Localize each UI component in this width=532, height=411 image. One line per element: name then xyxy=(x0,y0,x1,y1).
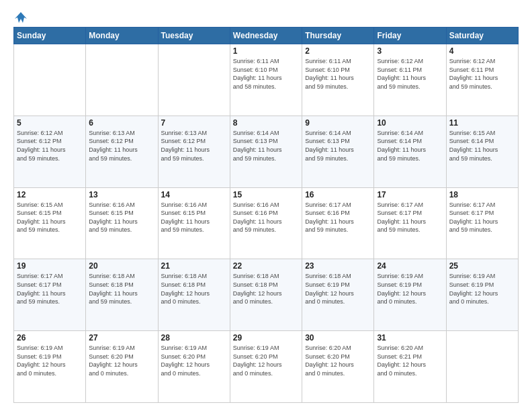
calendar-cell: 9Sunrise: 6:14 AM Sunset: 6:13 PM Daylig… xyxy=(302,116,374,187)
day-number: 26 xyxy=(17,333,83,342)
calendar-cell: 24Sunrise: 6:19 AM Sunset: 6:19 PM Dayli… xyxy=(374,259,446,331)
day-number: 11 xyxy=(449,118,515,128)
calendar-cell: 22Sunrise: 6:18 AM Sunset: 6:18 PM Dayli… xyxy=(230,259,302,331)
calendar-week-3: 12Sunrise: 6:15 AM Sunset: 6:15 PM Dayli… xyxy=(14,187,519,259)
calendar-cell: 4Sunrise: 6:12 AM Sunset: 6:11 PM Daylig… xyxy=(446,44,518,116)
logo-bird-icon xyxy=(15,11,27,23)
day-number: 9 xyxy=(305,118,371,128)
weekday-header-saturday: Saturday xyxy=(446,28,518,44)
day-number: 25 xyxy=(449,261,515,271)
calendar-cell: 8Sunrise: 6:14 AM Sunset: 6:13 PM Daylig… xyxy=(230,116,302,187)
weekday-header-sunday: Sunday xyxy=(14,28,86,44)
day-info: Sunrise: 6:11 AM Sunset: 6:10 PM Dayligh… xyxy=(305,57,371,91)
calendar-cell: 23Sunrise: 6:18 AM Sunset: 6:19 PM Dayli… xyxy=(302,259,374,331)
day-info: Sunrise: 6:19 AM Sunset: 6:19 PM Dayligh… xyxy=(449,272,515,306)
calendar-cell xyxy=(86,44,158,116)
day-info: Sunrise: 6:14 AM Sunset: 6:13 PM Dayligh… xyxy=(233,129,299,163)
day-number: 30 xyxy=(305,333,371,342)
svg-marker-0 xyxy=(15,12,27,23)
day-info: Sunrise: 6:17 AM Sunset: 6:16 PM Dayligh… xyxy=(305,201,371,234)
day-info: Sunrise: 6:18 AM Sunset: 6:18 PM Dayligh… xyxy=(89,272,154,306)
day-number: 1 xyxy=(233,46,299,56)
calendar-cell: 21Sunrise: 6:18 AM Sunset: 6:18 PM Dayli… xyxy=(158,259,230,331)
calendar-cell: 3Sunrise: 6:12 AM Sunset: 6:11 PM Daylig… xyxy=(374,44,446,116)
day-number: 28 xyxy=(161,333,227,342)
day-info: Sunrise: 6:12 AM Sunset: 6:11 PM Dayligh… xyxy=(377,57,443,91)
calendar-cell: 16Sunrise: 6:17 AM Sunset: 6:16 PM Dayli… xyxy=(302,187,374,259)
day-number: 31 xyxy=(377,333,443,342)
calendar-cell: 26Sunrise: 6:19 AM Sunset: 6:19 PM Dayli… xyxy=(14,331,86,403)
weekday-header-row: SundayMondayTuesdayWednesdayThursdayFrid… xyxy=(14,28,519,44)
day-number: 29 xyxy=(233,333,299,342)
day-info: Sunrise: 6:16 AM Sunset: 6:15 PM Dayligh… xyxy=(89,201,154,234)
calendar-cell: 20Sunrise: 6:18 AM Sunset: 6:18 PM Dayli… xyxy=(86,259,158,331)
calendar-cell: 13Sunrise: 6:16 AM Sunset: 6:15 PM Dayli… xyxy=(86,187,158,259)
day-info: Sunrise: 6:17 AM Sunset: 6:17 PM Dayligh… xyxy=(449,201,515,234)
day-info: Sunrise: 6:18 AM Sunset: 6:18 PM Dayligh… xyxy=(161,272,227,306)
day-info: Sunrise: 6:15 AM Sunset: 6:15 PM Dayligh… xyxy=(17,201,83,234)
day-info: Sunrise: 6:19 AM Sunset: 6:20 PM Dayligh… xyxy=(89,344,154,377)
day-info: Sunrise: 6:20 AM Sunset: 6:21 PM Dayligh… xyxy=(377,344,443,377)
calendar-cell: 29Sunrise: 6:19 AM Sunset: 6:20 PM Dayli… xyxy=(230,331,302,403)
day-info: Sunrise: 6:13 AM Sunset: 6:12 PM Dayligh… xyxy=(161,129,227,163)
day-info: Sunrise: 6:16 AM Sunset: 6:15 PM Dayligh… xyxy=(161,201,227,234)
calendar-cell xyxy=(14,44,86,116)
calendar-cell: 6Sunrise: 6:13 AM Sunset: 6:12 PM Daylig… xyxy=(86,116,158,187)
day-info: Sunrise: 6:19 AM Sunset: 6:20 PM Dayligh… xyxy=(161,344,227,377)
calendar-cell: 11Sunrise: 6:15 AM Sunset: 6:14 PM Dayli… xyxy=(446,116,518,187)
calendar-cell: 14Sunrise: 6:16 AM Sunset: 6:15 PM Dayli… xyxy=(158,187,230,259)
calendar-cell: 17Sunrise: 6:17 AM Sunset: 6:17 PM Dayli… xyxy=(374,187,446,259)
calendar-cell: 25Sunrise: 6:19 AM Sunset: 6:19 PM Dayli… xyxy=(446,259,518,331)
day-number: 23 xyxy=(305,261,371,271)
day-number: 10 xyxy=(377,118,443,128)
day-info: Sunrise: 6:18 AM Sunset: 6:18 PM Dayligh… xyxy=(233,272,299,306)
day-number: 12 xyxy=(17,190,83,199)
page: SundayMondayTuesdayWednesdayThursdayFrid… xyxy=(0,0,532,411)
day-info: Sunrise: 6:19 AM Sunset: 6:19 PM Dayligh… xyxy=(17,344,83,377)
day-info: Sunrise: 6:15 AM Sunset: 6:14 PM Dayligh… xyxy=(449,129,515,163)
header xyxy=(13,11,519,20)
day-number: 2 xyxy=(305,46,371,56)
day-number: 13 xyxy=(89,190,154,199)
calendar-cell: 2Sunrise: 6:11 AM Sunset: 6:10 PM Daylig… xyxy=(302,44,374,116)
calendar-week-5: 26Sunrise: 6:19 AM Sunset: 6:19 PM Dayli… xyxy=(14,331,519,403)
day-info: Sunrise: 6:14 AM Sunset: 6:13 PM Dayligh… xyxy=(305,129,371,163)
calendar-cell: 15Sunrise: 6:16 AM Sunset: 6:16 PM Dayli… xyxy=(230,187,302,259)
calendar-cell xyxy=(158,44,230,116)
logo xyxy=(13,11,28,20)
weekday-header-friday: Friday xyxy=(374,28,446,44)
day-info: Sunrise: 6:16 AM Sunset: 6:16 PM Dayligh… xyxy=(233,201,299,234)
day-number: 24 xyxy=(377,261,443,271)
calendar-cell xyxy=(446,331,518,403)
calendar-cell: 12Sunrise: 6:15 AM Sunset: 6:15 PM Dayli… xyxy=(14,187,86,259)
day-number: 5 xyxy=(17,118,83,128)
day-info: Sunrise: 6:12 AM Sunset: 6:11 PM Dayligh… xyxy=(449,57,515,91)
day-number: 16 xyxy=(305,190,371,199)
day-info: Sunrise: 6:13 AM Sunset: 6:12 PM Dayligh… xyxy=(89,129,154,163)
calendar-cell: 27Sunrise: 6:19 AM Sunset: 6:20 PM Dayli… xyxy=(86,331,158,403)
calendar-cell: 30Sunrise: 6:20 AM Sunset: 6:20 PM Dayli… xyxy=(302,331,374,403)
day-number: 27 xyxy=(89,333,154,342)
day-number: 8 xyxy=(233,118,299,128)
calendar-cell: 18Sunrise: 6:17 AM Sunset: 6:17 PM Dayli… xyxy=(446,187,518,259)
day-number: 3 xyxy=(377,46,443,56)
day-info: Sunrise: 6:12 AM Sunset: 6:12 PM Dayligh… xyxy=(17,129,83,163)
calendar-cell: 7Sunrise: 6:13 AM Sunset: 6:12 PM Daylig… xyxy=(158,116,230,187)
day-number: 20 xyxy=(89,261,154,271)
calendar-cell: 19Sunrise: 6:17 AM Sunset: 6:17 PM Dayli… xyxy=(14,259,86,331)
day-info: Sunrise: 6:17 AM Sunset: 6:17 PM Dayligh… xyxy=(17,272,83,306)
day-number: 22 xyxy=(233,261,299,271)
day-info: Sunrise: 6:11 AM Sunset: 6:10 PM Dayligh… xyxy=(233,57,299,91)
calendar-week-1: 1Sunrise: 6:11 AM Sunset: 6:10 PM Daylig… xyxy=(14,44,519,116)
weekday-header-monday: Monday xyxy=(86,28,158,44)
day-info: Sunrise: 6:19 AM Sunset: 6:20 PM Dayligh… xyxy=(233,344,299,377)
day-number: 4 xyxy=(449,46,515,56)
day-number: 15 xyxy=(233,190,299,199)
calendar-cell: 1Sunrise: 6:11 AM Sunset: 6:10 PM Daylig… xyxy=(230,44,302,116)
weekday-header-thursday: Thursday xyxy=(302,28,374,44)
weekday-header-wednesday: Wednesday xyxy=(230,28,302,44)
day-number: 18 xyxy=(449,190,515,199)
calendar-cell: 10Sunrise: 6:14 AM Sunset: 6:14 PM Dayli… xyxy=(374,116,446,187)
calendar-cell: 31Sunrise: 6:20 AM Sunset: 6:21 PM Dayli… xyxy=(374,331,446,403)
day-number: 6 xyxy=(89,118,154,128)
